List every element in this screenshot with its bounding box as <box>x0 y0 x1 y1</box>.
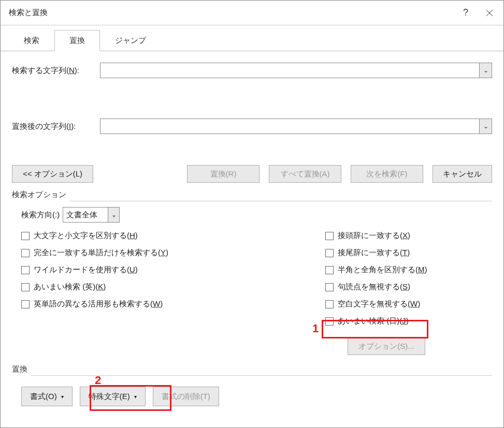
replace-section-legend: 置換 <box>12 364 27 374</box>
checkbox[interactable] <box>325 249 334 257</box>
annotation-2-box <box>90 385 171 411</box>
search-direction-row: 検索方向(:) 文書全体 ⌄ <box>21 207 492 223</box>
options-less-button[interactable]: << オプション(L) <box>12 165 93 183</box>
tab-strip: 検索 置換 ジャンプ <box>1 29 503 51</box>
find-dropdown-button[interactable]: ⌄ <box>479 63 492 78</box>
check-ignore-whitespace[interactable]: 空白文字を無視する(W) <box>325 299 492 309</box>
checkbox[interactable] <box>325 283 334 291</box>
replace-section-legend-row: 置換 <box>12 364 492 381</box>
close-icon <box>486 9 493 17</box>
checkbox[interactable] <box>325 232 334 240</box>
search-direction-select[interactable]: 文書全体 ⌄ <box>63 207 120 223</box>
search-options-legend-row: 検索オプション <box>12 190 492 207</box>
find-replace-dialog: 検索と置換 ? 検索 置換 ジャンプ 検索する文字列(N): ⌄ 置換後の文字 <box>0 0 504 428</box>
checkbox-columns: 大文字と小文字を区別する(H) 完全に一致する単語だけを検索する(Y) ワイルド… <box>12 231 492 333</box>
direction-dropdown-button[interactable]: ⌄ <box>108 208 119 222</box>
check-suffix[interactable]: 接尾辞に一致する(T) <box>325 248 492 258</box>
chevron-down-icon: ⌄ <box>483 123 488 130</box>
check-prefix[interactable]: 接頭辞に一致する(X) <box>325 231 492 241</box>
check-ignore-punct[interactable]: 句読点を無視する(S) <box>325 282 492 292</box>
format-button[interactable]: 書式(O) ▾ <box>21 387 73 406</box>
annotation-2-label: 2 <box>95 374 101 387</box>
close-button[interactable] <box>478 1 501 25</box>
titlebar-controls: ? <box>454 1 501 25</box>
checkbox[interactable] <box>325 300 334 308</box>
checkbox[interactable] <box>325 266 334 274</box>
checkbox[interactable] <box>21 249 30 257</box>
checkbox[interactable] <box>21 232 30 240</box>
cancel-button[interactable]: キャンセル <box>433 165 492 183</box>
dialog-content: 検索する文字列(N): ⌄ 置換後の文字列(I): ⌄ << オプション(L) … <box>1 51 503 415</box>
find-input[interactable]: ⌄ <box>100 63 492 78</box>
options-s-row: オプション(S)... <box>348 337 492 355</box>
check-wildcards[interactable]: ワイルドカードを使用する(U) <box>21 265 316 275</box>
replace-button[interactable]: 置換(R) <box>187 165 260 183</box>
checkbox-col-right: 接頭辞に一致する(X) 接尾辞に一致する(T) 半角と全角を区別する(M) 句読… <box>316 231 492 333</box>
check-half-full-width[interactable]: 半角と全角を区別する(M) <box>325 265 492 275</box>
checkbox-col-left: 大文字と小文字を区別する(H) 完全に一致する単語だけを検索する(Y) ワイルド… <box>12 231 316 333</box>
search-options-legend: 検索オプション <box>12 190 66 200</box>
replace-dropdown-button[interactable]: ⌄ <box>479 119 492 134</box>
find-label: 検索する文字列(N): <box>12 66 100 76</box>
check-match-case[interactable]: 大文字と小文字を区別する(H) <box>21 231 316 241</box>
annotation-1-label: 1 <box>312 322 319 335</box>
chevron-down-icon: ⌄ <box>483 67 488 74</box>
options-s-button[interactable]: オプション(S)... <box>348 337 425 355</box>
chevron-down-icon: ⌄ <box>111 211 117 218</box>
tab-search[interactable]: 検索 <box>9 30 54 51</box>
replace-all-button[interactable]: すべて置換(A) <box>269 165 341 183</box>
help-button[interactable]: ? <box>454 1 478 25</box>
find-next-button[interactable]: 次を検索(F) <box>351 165 423 183</box>
check-sounds-like-en[interactable]: あいまい検索 (英)(K) <box>21 282 316 292</box>
find-row: 検索する文字列(N): ⌄ <box>12 63 492 78</box>
titlebar: 検索と置換 ? <box>1 1 503 25</box>
main-button-row: << オプション(L) 置換(R) すべて置換(A) 次を検索(F) キャンセル <box>12 165 492 183</box>
replace-label: 置換後の文字列(I): <box>12 122 100 131</box>
tab-replace[interactable]: 置換 <box>54 30 100 51</box>
divider <box>69 201 492 201</box>
checkbox[interactable] <box>21 283 30 291</box>
checkbox[interactable] <box>21 266 30 274</box>
replace-row: 置換後の文字列(I): ⌄ <box>12 119 492 134</box>
annotation-1-box <box>322 320 428 338</box>
tab-jump[interactable]: ジャンプ <box>100 30 161 51</box>
dialog-title: 検索と置換 <box>9 8 48 18</box>
search-direction-label: 検索方向(:) <box>21 210 60 220</box>
checkbox[interactable] <box>21 300 30 308</box>
replace-input[interactable]: ⌄ <box>100 119 492 134</box>
check-word-forms[interactable]: 英単語の異なる活用形も検索する(W) <box>21 299 316 309</box>
check-whole-word[interactable]: 完全に一致する単語だけを検索する(Y) <box>21 248 316 258</box>
caret-down-icon: ▾ <box>61 394 64 400</box>
